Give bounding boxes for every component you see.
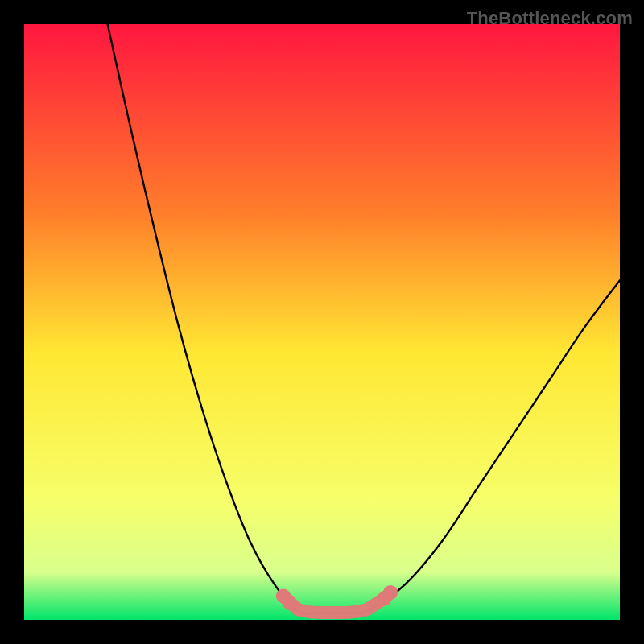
plot-svg bbox=[24, 24, 620, 620]
plot-area bbox=[24, 24, 620, 620]
marker-dot bbox=[378, 591, 392, 605]
gradient-background bbox=[24, 24, 620, 620]
marker-dot bbox=[282, 595, 296, 609]
chart-frame: TheBottleneck.com bbox=[0, 0, 644, 644]
watermark-text: TheBottleneck.com bbox=[467, 8, 633, 29]
